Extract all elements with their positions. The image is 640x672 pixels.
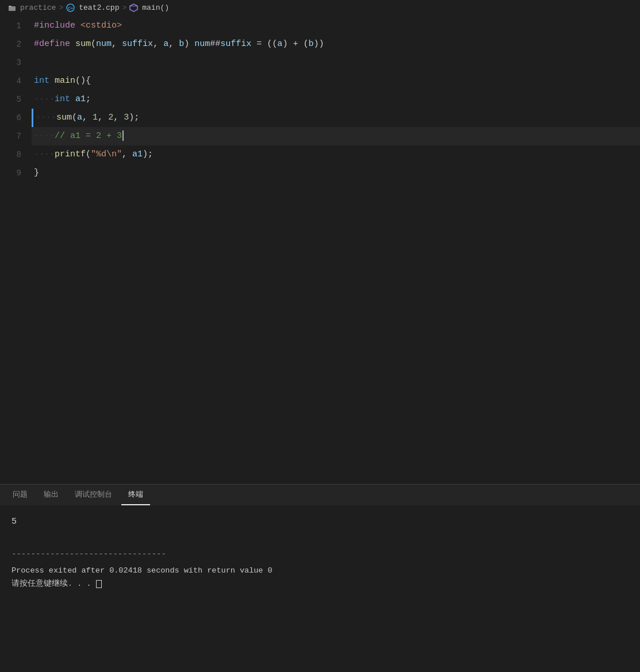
editor-area[interactable]: 1 2 3 4 5 6 7 8 9 #include <cstdio> #def… <box>0 16 640 484</box>
panel-tabs: 问题 输出 调试控制台 终端 <box>0 485 640 505</box>
ln-6: 6 <box>0 109 32 127</box>
code-line-1: #include <cstdio> <box>32 17 640 35</box>
terminal-panel[interactable]: 5 -------------------------------- Proce… <box>0 505 640 672</box>
terminal-result: 5 <box>12 514 628 529</box>
tab-debug-console[interactable]: 调试控制台 <box>68 485 119 505</box>
svg-text:C+: C+ <box>68 6 73 10</box>
code-line-5: ····int a1; <box>32 90 640 109</box>
terminal-output: 5 -------------------------------- Proce… <box>12 514 628 591</box>
ln-5: 5 <box>0 90 32 109</box>
folder-icon <box>8 3 17 12</box>
code-line-8: ····printf("%d\n", a1); <box>32 145 640 164</box>
terminal-process-info: Process exited after 0.02418 seconds wit… <box>12 565 628 578</box>
svg-rect-0 <box>9 6 16 11</box>
tab-output[interactable]: 输出 <box>37 485 66 505</box>
code-line-4: int main(){ <box>32 72 640 90</box>
code-line-6: ····sum(a, 1, 2, 3); <box>32 109 640 127</box>
ln-4: 4 <box>0 72 32 90</box>
breadcrumb-filename[interactable]: teat2.cpp <box>79 3 119 12</box>
breadcrumb: practice > C+ teat2.cpp > main() <box>0 0 640 16</box>
svg-marker-4 <box>130 4 137 11</box>
tab-terminal[interactable]: 终端 <box>121 485 150 505</box>
line-numbers: 1 2 3 4 5 6 7 8 9 <box>0 16 32 484</box>
code-line-2: #define sum(num, suffix, a, b) num##suff… <box>32 35 640 53</box>
breadcrumb-practice[interactable]: practice <box>20 3 56 12</box>
breadcrumb-sep-1: > <box>59 3 63 12</box>
ln-2: 2 <box>0 35 32 53</box>
breadcrumb-function[interactable]: main() <box>142 3 169 12</box>
code-line-3 <box>32 53 640 72</box>
ln-1: 1 <box>0 17 32 35</box>
ln-8: 8 <box>0 145 32 164</box>
terminal-prompt: 请按任意键继续. . . <box>12 578 628 591</box>
ln-7: 7 <box>0 127 32 145</box>
code-line-9: } <box>32 164 640 182</box>
code-line-7: ····// a1 = 2 + 3 <box>32 127 640 145</box>
breadcrumb-sep-2: > <box>122 3 127 12</box>
code-lines[interactable]: #include <cstdio> #define sum(num, suffi… <box>32 16 640 484</box>
ln-3: 3 <box>0 53 32 72</box>
tab-problems[interactable]: 问题 <box>6 485 35 505</box>
function-icon <box>129 3 139 12</box>
terminal-divider: -------------------------------- <box>12 548 628 562</box>
svg-rect-1 <box>9 6 12 7</box>
cpp-icon: C+ <box>66 3 76 12</box>
ln-9: 9 <box>0 164 32 182</box>
